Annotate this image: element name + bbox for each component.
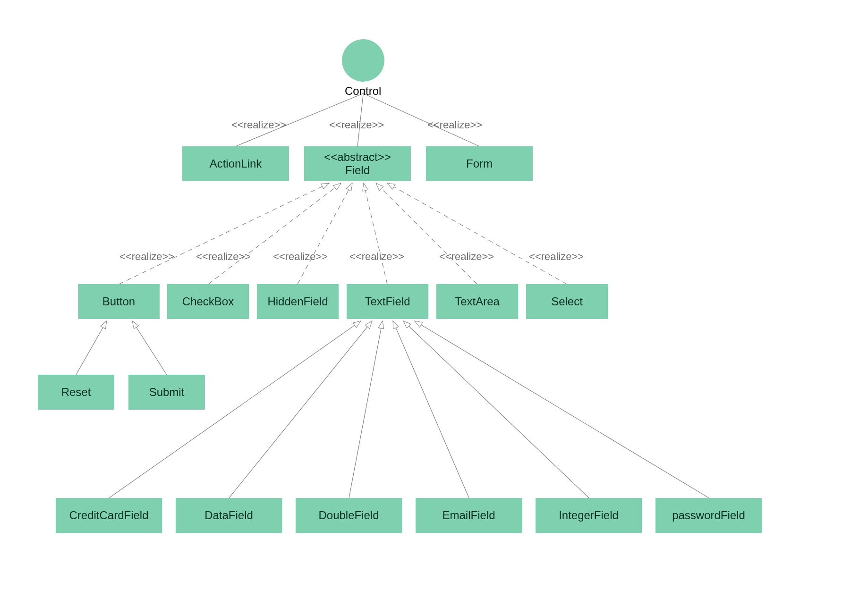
svg-line-7	[376, 183, 477, 284]
node-submit: Submit	[128, 375, 205, 410]
edges-field-children	[119, 183, 567, 284]
svg-line-9	[76, 321, 107, 375]
root-control-label: Control	[345, 84, 381, 98]
svg-line-3	[119, 183, 329, 284]
node-doublefield: DoubleField	[296, 498, 402, 533]
node-label: Reset	[61, 386, 91, 399]
edge-label-realize: <<realize>>	[329, 119, 384, 131]
node-label: DataField	[204, 509, 253, 522]
edge-label-realize: <<realize>>	[119, 251, 174, 263]
node-stereotype: <<abstract>>	[324, 151, 391, 164]
diagram-canvas: Control ActionLink <<abstract>> Field Fo…	[0, 0, 868, 589]
node-label: passwordField	[672, 509, 745, 522]
node-label: TextArea	[455, 295, 500, 308]
node-form: Form	[426, 146, 533, 181]
svg-line-10	[132, 321, 167, 375]
edge-label-realize: <<realize>>	[427, 119, 482, 131]
edge-label-realize: <<realize>>	[439, 251, 494, 263]
node-button: Button	[78, 284, 160, 319]
node-label: Form	[466, 157, 493, 170]
svg-line-12	[229, 321, 372, 498]
node-label: IntegerField	[559, 509, 619, 522]
node-actionlink: ActionLink	[182, 146, 289, 181]
node-integerfield: IntegerField	[536, 498, 642, 533]
edge-label-realize: <<realize>>	[349, 251, 404, 263]
node-field: <<abstract>> Field	[304, 146, 411, 181]
svg-line-6	[364, 183, 387, 284]
node-label: Field	[345, 164, 370, 177]
node-checkbox: CheckBox	[167, 284, 249, 319]
edge-label-realize: <<realize>>	[529, 251, 584, 263]
node-select: Select	[526, 284, 608, 319]
svg-line-8	[387, 183, 567, 284]
svg-line-14	[393, 321, 469, 498]
node-emailfield: EmailField	[416, 498, 522, 533]
node-label: Button	[102, 295, 135, 308]
root-control-circle	[342, 39, 384, 82]
svg-line-13	[349, 321, 383, 498]
svg-line-5	[298, 183, 352, 284]
svg-line-15	[403, 321, 589, 498]
node-label: DoubleField	[318, 509, 379, 522]
svg-line-16	[415, 321, 709, 498]
node-label: EmailField	[442, 509, 495, 522]
node-label: TextField	[365, 295, 410, 308]
edge-label-realize: <<realize>>	[196, 251, 251, 263]
node-label: ActionLink	[210, 157, 262, 170]
node-label: HiddenField	[267, 295, 328, 308]
node-reset: Reset	[38, 375, 114, 410]
svg-line-4	[208, 183, 341, 284]
edge-label-realize: <<realize>>	[231, 119, 286, 131]
edge-label-realize: <<realize>>	[273, 251, 328, 263]
node-datafield: DataField	[176, 498, 282, 533]
node-textfield: TextField	[347, 284, 428, 319]
node-creditcardfield: CreditCardField	[56, 498, 162, 533]
edges-button-children	[76, 321, 167, 375]
node-hiddenfield: HiddenField	[257, 284, 339, 319]
node-label: Select	[551, 295, 583, 308]
node-textarea: TextArea	[436, 284, 518, 319]
node-label: CheckBox	[182, 295, 234, 308]
node-label: Submit	[149, 386, 185, 399]
node-label: CreditCardField	[69, 509, 148, 522]
node-passwordfield: passwordField	[655, 498, 762, 533]
